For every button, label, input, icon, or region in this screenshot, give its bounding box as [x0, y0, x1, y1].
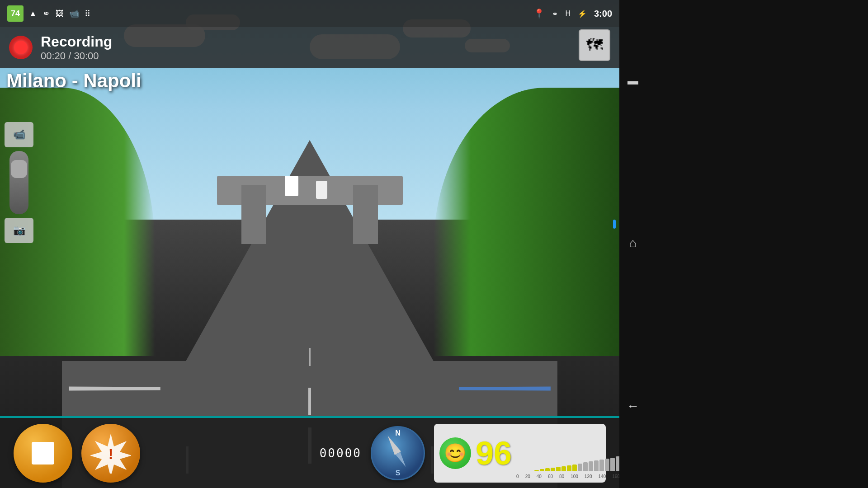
status-icons: ▲ ⚭ 🖼 📹 ⠿: [29, 8, 90, 19]
recent-apps-icon[interactable]: ▬: [627, 75, 638, 87]
back-icon[interactable]: ←: [627, 399, 639, 413]
speed-bar-chart: [534, 444, 619, 471]
location-icon: 📍: [533, 8, 545, 19]
rec-dot: [14, 41, 28, 54]
bottom-bar: ! 00000 N S 😊 96: [0, 418, 619, 488]
navigation-icon: ▲: [29, 9, 37, 19]
compass-background: N S: [371, 426, 425, 480]
camera-button[interactable]: 📷: [5, 218, 33, 243]
brightness-handle[interactable]: [11, 160, 27, 178]
speed-display: 96: [476, 437, 512, 469]
map-icon: 🗺: [586, 36, 603, 55]
battery-icon: ⚡: [578, 9, 587, 18]
smiley-indicator: 😊: [439, 437, 471, 469]
recording-time: 00:20 / 30:00: [41, 50, 112, 62]
bluetooth-icon: ⚭: [42, 8, 50, 19]
gallery-icon: 🖼: [56, 9, 64, 19]
truck2: [316, 181, 327, 199]
time-display: 3:00: [594, 9, 612, 19]
speed-bar-11: [594, 460, 599, 471]
speed-bar-8: [578, 464, 582, 471]
needle-south: [396, 452, 408, 468]
speed-bar-2: [545, 468, 550, 471]
speed-bar-6: [567, 465, 571, 471]
elapsed-time: 00:20: [41, 50, 66, 61]
recording-title: Recording: [41, 33, 112, 50]
speed-bar-4: [556, 467, 561, 471]
recording-bar: Recording 00:20 / 30:00: [0, 27, 619, 68]
speed-chart-area: 🚗 0 20 40 60 80 100 120 140 160 180 200: [516, 427, 619, 479]
speed-bar-7: [572, 465, 577, 471]
main-camera-view: 74 ▲ ⚭ 🖼 📹 ⠿ 📍 ⚭ H ⚡ 3:00 Recording 00:2…: [0, 0, 619, 488]
edge-marker: [613, 220, 616, 229]
speed-bar-0: [534, 470, 539, 471]
svg-text:!: !: [108, 446, 113, 462]
guardrail-right: [459, 386, 550, 390]
speed-bar-12: [599, 460, 604, 471]
speed-bar-9: [583, 462, 588, 471]
bridge-support-right: [353, 185, 378, 244]
speed-bar-13: [605, 459, 609, 471]
video-cam-icon: 📹: [13, 129, 25, 141]
compass: N S: [371, 426, 425, 480]
speed-bar-3: [551, 468, 555, 471]
speed-bar-1: [540, 469, 544, 471]
bridge-support-left: [241, 185, 266, 244]
recording-info: Recording 00:20 / 30:00: [41, 33, 112, 62]
road-marking-center2: [308, 388, 311, 415]
brightness-slider[interactable]: [9, 151, 28, 214]
trip-counter-area: 00000: [320, 446, 362, 460]
android-nav-bar: ▬ ⌂ ←: [619, 0, 646, 488]
road-marking-center3: [309, 348, 311, 366]
time-separator: /: [68, 50, 74, 61]
route-label: Milano - Napoli: [6, 70, 142, 92]
video-button[interactable]: 📹: [5, 122, 33, 147]
guardrail-left: [69, 386, 160, 390]
compass-south-label: S: [396, 469, 401, 477]
trip-counter: 00000: [320, 446, 362, 460]
stop-icon: [32, 442, 54, 465]
starburst-icon: !: [90, 433, 131, 474]
notification-badge: 74: [7, 5, 24, 22]
signal-icon: H: [565, 9, 571, 18]
speed-bar-10: [589, 461, 593, 471]
emergency-button[interactable]: !: [81, 424, 140, 483]
stop-button[interactable]: [14, 424, 72, 483]
menu-icon: ⠿: [85, 9, 90, 19]
speed-panel: 😊 96 🚗 0 20 40 60 80 100 120 140 160: [434, 424, 606, 483]
speed-bar-5: [561, 466, 566, 471]
speed-bar-15: [616, 456, 619, 471]
speed-scale: 0 20 40 60 80 100 120 140 160 180 200: [516, 474, 619, 479]
smiley-icon: 😊: [444, 442, 467, 464]
video-icon: 📹: [69, 9, 79, 19]
total-time: 30:00: [74, 50, 99, 61]
left-controls: 📹 📷: [5, 122, 33, 243]
compass-north-label: N: [395, 429, 401, 437]
status-bar: 74 ▲ ⚭ 🖼 📹 ⠿ 📍 ⚭ H ⚡ 3:00: [0, 0, 619, 27]
status-right: 📍 ⚭ H ⚡ 3:00: [533, 8, 612, 19]
road-perspective: [183, 140, 436, 366]
truck1: [285, 176, 298, 196]
home-icon[interactable]: ⌂: [629, 236, 637, 250]
speed-bar-14: [610, 458, 615, 471]
camera-icon: 📷: [13, 225, 25, 236]
rec-indicator: [9, 36, 33, 59]
bluetooth-icon2: ⚭: [552, 9, 558, 18]
map-button[interactable]: 🗺: [579, 29, 610, 61]
